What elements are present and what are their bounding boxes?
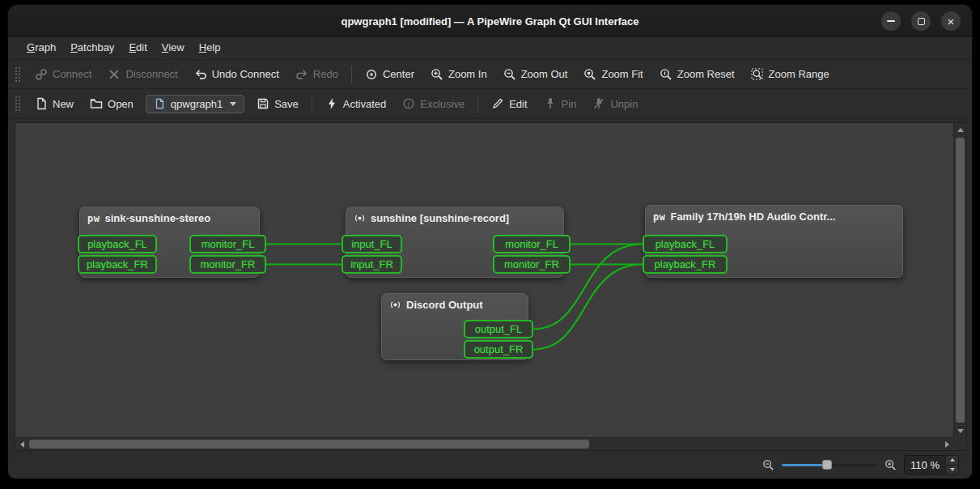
monitor-icon [389,299,401,311]
open-button[interactable]: Open [83,94,141,113]
horizontal-scrollbar[interactable] [15,437,953,450]
exclusive-icon: f [402,97,415,110]
session-dropdown[interactable]: qpwgraph1 [146,95,244,113]
zoom-in-status-button[interactable] [885,459,897,471]
maximize-button[interactable] [911,11,931,31]
scroll-right-button[interactable] [940,438,953,451]
menu-patchbay[interactable]: Patchbay [63,37,121,59]
minimize-button[interactable] [881,11,901,31]
horizontal-scrollbar-thumb[interactable] [29,440,589,449]
port-input[interactable]: input_FL [342,235,402,253]
arrow-right-icon [945,441,949,448]
toolbar-drag-handle[interactable] [15,66,21,83]
center-button[interactable]: Center [358,65,422,84]
window-title: qpwgraph1 [modified] — A PipeWire Graph … [8,5,972,37]
port-output[interactable]: monitor_FL [189,235,266,253]
chevron-down-icon [230,102,236,106]
redo-icon [295,68,308,81]
spin-down-button[interactable] [946,466,958,474]
minimize-icon [887,20,895,22]
zoom-out-icon [762,459,774,471]
open-folder-icon [90,97,103,110]
save-button[interactable]: Save [249,94,306,113]
redo-button[interactable]: Redo [288,65,346,84]
svg-text:f: f [408,100,411,108]
zoom-in-button[interactable]: Zoom In [423,65,494,84]
activated-toggle[interactable]: Activated [318,94,393,113]
spin-up-button[interactable] [946,456,958,466]
vertical-scrollbar[interactable] [953,123,966,437]
zoom-fit-button[interactable]: Zoom Fit [576,65,650,84]
arrow-down-icon [957,429,964,433]
slider-handle[interactable] [822,460,832,470]
menu-graph[interactable]: Graph [19,37,63,59]
undo-icon [194,68,207,81]
pin-icon [544,97,557,110]
titlebar[interactable]: qpwgraph1 [modified] — A PipeWire Graph … [8,5,972,37]
port-input[interactable]: playback_FL [78,235,157,253]
port-output[interactable]: output_FR [464,340,533,359]
zoom-in-icon [431,68,443,81]
zoom-in-icon [885,459,897,471]
undo-connect-button[interactable]: Undo Connect [187,65,286,84]
disconnect-button[interactable]: Disconnect [100,65,185,84]
zoom-range-icon [751,68,764,81]
menu-view[interactable]: View [155,37,192,59]
node-title: pw Family 17h/19h HD Audio Contr... [646,206,902,227]
zoom-out-icon [503,68,516,81]
zoom-fit-icon [583,68,596,81]
connect-icon [35,68,48,81]
graph-canvas-frame: pw sink-sunshine-stereo playback_FL play… [15,122,967,451]
exclusive-toggle[interactable]: f Exclusive [395,94,472,113]
node-title: Discord Output [382,294,528,316]
zoom-out-button[interactable]: Zoom Out [496,65,575,84]
scrollbar-corner [953,437,966,450]
port-input[interactable]: input_FR [342,255,402,274]
node-title: sunshine [sunshine-record] [346,207,563,229]
menu-help[interactable]: Help [192,37,228,59]
zoom-spinbox[interactable]: 110 % [904,455,959,474]
port-output[interactable]: monitor_FL [493,235,571,253]
toolbar-separator [312,95,312,113]
arrow-down-icon [950,468,955,471]
pencil-icon [491,97,504,110]
port-output[interactable]: monitor_FR [493,255,571,274]
center-icon [365,68,378,81]
zoom-reset-button[interactable]: Zoom Reset [652,65,742,84]
graph-canvas[interactable]: pw sink-sunshine-stereo playback_FL play… [15,123,953,437]
unpin-icon [592,97,605,110]
window-controls: × [881,11,961,31]
zoom-reset-icon [660,68,672,81]
pipewire-icon: pw [87,213,100,224]
port-input[interactable]: playback_FR [643,255,728,274]
port-input[interactable]: playback_FL [643,235,728,253]
new-file-icon [35,97,48,110]
scroll-up-button[interactable] [954,123,967,136]
maximize-icon [918,18,925,25]
edit-button[interactable]: Edit [484,94,534,113]
zoom-value: 110 % [905,456,945,474]
vertical-scrollbar-thumb[interactable] [956,138,965,423]
scroll-left-button[interactable] [15,438,28,451]
port-input[interactable]: playback_FR [78,255,157,274]
pin-button[interactable]: Pin [537,94,584,113]
graph-toolbar: Connect Disconnect Undo Connect Redo [8,60,972,89]
port-output[interactable]: monitor_FR [189,255,266,274]
zoom-range-button[interactable]: Zoom Range [744,65,837,84]
zoom-slider[interactable] [782,458,877,471]
close-button[interactable]: × [941,11,961,31]
menubar: Graph Patchbay Edit View Help [8,37,972,60]
save-icon [257,97,269,110]
scroll-down-button[interactable] [954,424,967,437]
unpin-button[interactable]: Unpin [585,94,645,113]
toolbar-drag-handle[interactable] [15,96,21,112]
node-title: pw sink-sunshine-stereo [80,207,259,229]
menu-edit[interactable]: Edit [121,37,154,59]
arrow-up-icon [950,458,955,461]
port-output[interactable]: output_FL [464,320,533,338]
zoom-out-status-button[interactable] [762,459,774,471]
arrow-left-icon [20,441,24,448]
connect-button[interactable]: Connect [28,65,99,84]
new-button[interactable]: New [28,94,81,113]
session-name: qpwgraph1 [171,98,223,110]
